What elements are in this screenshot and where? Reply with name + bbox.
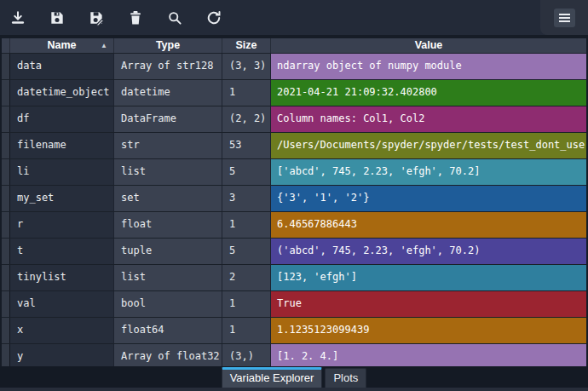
row-header[interactable]	[2, 133, 10, 158]
cell-size[interactable]: 1	[222, 212, 271, 238]
row-header[interactable]	[2, 54, 10, 79]
table-corner-cell[interactable]	[2, 38, 10, 53]
save-data-button[interactable]	[44, 5, 70, 31]
column-header-size[interactable]: Size	[222, 38, 271, 53]
cell-size[interactable]: (3, 3)	[222, 54, 271, 79]
cell-type[interactable]: set	[114, 186, 222, 211]
table-row: lilist5['abcd', 745, 2.23, 'efgh', 70.2]	[2, 158, 586, 185]
save-data-as-button[interactable]	[84, 5, 109, 31]
cell-name[interactable]: tinylist	[10, 265, 114, 290]
cell-type[interactable]: bool	[114, 291, 222, 317]
variable-table-body: dataArray of str128(3, 3)ndarray object …	[2, 53, 586, 370]
cell-name[interactable]: df	[10, 106, 114, 132]
cell-size[interactable]: 2	[222, 265, 271, 290]
table-row: my_setset3{'3', '1', '2'}	[2, 185, 586, 211]
cell-type[interactable]: Array of str128	[114, 54, 222, 79]
cell-type[interactable]: float64	[114, 318, 222, 343]
cell-name[interactable]: x	[10, 318, 114, 343]
sort-ascending-icon: ▲	[101, 38, 107, 53]
cell-value[interactable]: [123, 'efgh']	[271, 265, 586, 290]
variable-explorer-panel: Name ▲ Type Size Value dataArray of str1…	[0, 0, 588, 391]
remove-all-variables-button[interactable]	[123, 5, 148, 31]
table-row: filenamestr53/Users/Documents/spyder/spy…	[2, 132, 586, 158]
save-as-icon	[88, 9, 105, 26]
cell-value[interactable]: ndarray object of numpy module	[271, 54, 586, 79]
cell-size[interactable]: 1	[222, 80, 271, 106]
table-header-row: Name ▲ Type Size Value	[2, 38, 586, 53]
column-header-name-label: Name	[47, 39, 76, 51]
bottom-strip	[0, 388, 588, 391]
row-header[interactable]	[2, 106, 10, 132]
import-data-icon	[9, 9, 26, 26]
cell-name[interactable]: r	[10, 212, 114, 238]
table-row: ttuple5('abcd', 745, 2.23, 'efgh', 70.2)	[2, 238, 586, 264]
cell-name[interactable]: filename	[10, 133, 114, 158]
cell-size[interactable]: 5	[222, 239, 271, 264]
column-header-name[interactable]: Name ▲	[10, 38, 114, 53]
table-row: rfloat16.46567886443	[2, 211, 586, 238]
cell-size[interactable]: (2, 2)	[222, 106, 271, 132]
hamburger-icon	[559, 14, 570, 22]
cell-name[interactable]: val	[10, 291, 114, 317]
cell-size[interactable]: 3	[222, 186, 271, 211]
cell-value[interactable]: 1.1235123099439	[271, 318, 586, 343]
row-header[interactable]	[2, 318, 10, 343]
cell-value[interactable]: ['abcd', 745, 2.23, 'efgh', 70.2]	[271, 159, 586, 185]
cell-size[interactable]: 53	[222, 133, 271, 158]
cell-name[interactable]: my_set	[10, 186, 114, 211]
row-header[interactable]	[2, 186, 10, 211]
cell-type[interactable]: tuple	[114, 239, 222, 264]
table-row: dataArray of str128(3, 3)ndarray object …	[2, 53, 586, 79]
tab-bar: Variable Explorer Plots	[0, 366, 588, 388]
cell-size[interactable]: 1	[222, 318, 271, 343]
row-header[interactable]	[2, 212, 10, 238]
table-row: datetime_objectdatetime12021-04-21 21:09…	[2, 79, 586, 106]
row-header[interactable]	[2, 159, 10, 185]
row-header[interactable]	[2, 239, 10, 264]
table-row: tinylistlist2[123, 'efgh']	[2, 264, 586, 290]
cell-type[interactable]: list	[114, 159, 222, 185]
cell-name[interactable]: datetime_object	[10, 80, 114, 106]
save-icon	[49, 9, 66, 26]
search-icon	[166, 9, 183, 26]
cell-value[interactable]: /Users/Documents/spyder/spyder/tests/tes…	[271, 133, 586, 158]
cell-type[interactable]: DataFrame	[114, 106, 222, 132]
cell-value[interactable]: {'3', '1', '2'}	[271, 186, 586, 211]
tab-variable-explorer[interactable]: Variable Explorer	[222, 367, 323, 388]
table-row: xfloat6411.1235123099439	[2, 317, 586, 343]
toolbar	[0, 0, 588, 35]
column-header-type[interactable]: Type	[114, 38, 222, 53]
table-row: dfDataFrame(2, 2)Column names: Col1, Col…	[2, 106, 586, 132]
import-data-button[interactable]	[5, 5, 31, 31]
trash-icon	[127, 9, 144, 26]
cell-value[interactable]: 6.46567886443	[271, 212, 586, 238]
cell-type[interactable]: float	[114, 212, 222, 238]
cell-value[interactable]: True	[271, 291, 586, 317]
cell-name[interactable]: t	[10, 239, 114, 264]
row-header[interactable]	[2, 265, 10, 290]
cell-type[interactable]: datetime	[114, 80, 222, 106]
cell-value[interactable]: 2021-04-21 21:09:32.402800	[271, 80, 586, 106]
column-header-value[interactable]: Value	[271, 38, 586, 53]
refresh-icon	[205, 9, 222, 26]
cell-type[interactable]: str	[114, 133, 222, 158]
options-menu-button[interactable]	[554, 9, 575, 27]
cell-name[interactable]: li	[10, 159, 114, 185]
cell-size[interactable]: 5	[222, 159, 271, 185]
cell-value[interactable]: ('abcd', 745, 2.23, 'efgh', 70.2)	[271, 239, 586, 264]
row-header[interactable]	[2, 291, 10, 317]
cell-name[interactable]: data	[10, 54, 114, 79]
tab-plots[interactable]: Plots	[325, 368, 366, 388]
row-header[interactable]	[2, 80, 10, 106]
refresh-button[interactable]	[201, 5, 227, 31]
cell-size[interactable]: 1	[222, 291, 271, 317]
variable-table: Name ▲ Type Size Value dataArray of str1…	[2, 38, 586, 370]
toolbar-corner	[540, 0, 588, 35]
cell-value[interactable]: Column names: Col1, Col2	[271, 106, 586, 132]
search-button[interactable]	[162, 5, 187, 31]
cell-type[interactable]: list	[114, 265, 222, 290]
table-row: valbool1True	[2, 290, 586, 317]
